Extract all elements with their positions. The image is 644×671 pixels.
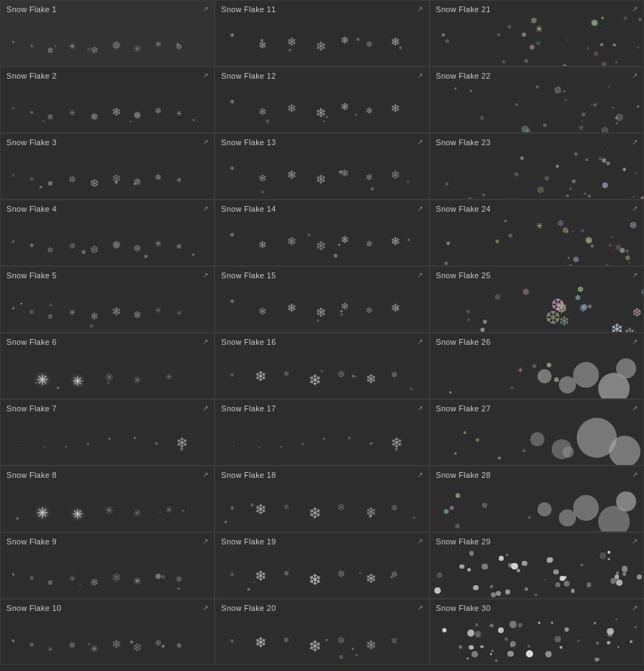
expand-icon[interactable]: ↗ (417, 5, 423, 13)
snowflake-preview: ❆❆❅✳❅❅❆✳❅❆❄❆✳❄❅❄❆❆❄❆ (430, 267, 643, 332)
expand-icon[interactable]: ↗ (632, 205, 638, 212)
snowflake-preview: ✳❅❆❄❄✳❆❆❄✳❄❄❆❆✳❄❆❄❅❄❅❄❅❄❅ (430, 67, 643, 132)
cell-snowflake-20[interactable]: Snow Flake 20↗❄❄❄❄❄❄❄❆❅✳❄ (215, 599, 429, 665)
snowflake-preview: ❄❄❄❄❄❄❄❆❅❅❅ (215, 67, 429, 132)
snowflake-preview: ❄❅❅❆❆❆ (430, 466, 643, 532)
expand-icon[interactable]: ↗ (417, 471, 423, 479)
expand-icon[interactable]: ↗ (417, 404, 423, 412)
expand-icon[interactable]: ↗ (203, 72, 208, 79)
expand-icon[interactable]: ↗ (417, 271, 423, 279)
cell-snowflake-16[interactable]: Snow Flake 16↗❄❄❄❄❄❄❄✳❆✳❅ (215, 333, 429, 399)
snowflake-preview: ❄❄❄❄❄❄❄❅❅✳❄ (215, 267, 429, 332)
cell-snowflake-15[interactable]: Snow Flake 15↗❄❄❄❄❄❄❄❅❅✳❄ (215, 266, 429, 333)
expand-icon[interactable]: ↗ (632, 471, 638, 479)
expand-icon[interactable]: ↗ (203, 604, 208, 612)
snowflake-preview: ✳✳✳✳✳❆✳❆ (1, 333, 214, 398)
cell-snowflake-3[interactable]: Snow Flake 3↗✳❄❅❆❆❄❅❅✳❅✳❆ (0, 133, 215, 200)
cell-snowflake-4[interactable]: Snow Flake 4↗❅❄❆❄❆❅❄✳❅❄❆❄ (0, 200, 215, 266)
expand-icon[interactable]: ↗ (417, 537, 423, 545)
snowflake-preview: ❄❄❄❄❄❄❄❅✳❆✳ (215, 200, 429, 265)
expand-icon[interactable]: ↗ (632, 271, 638, 279)
expand-icon[interactable]: ↗ (632, 537, 638, 545)
cell-snowflake-24[interactable]: Snow Flake 24↗✳❅❆❄❄✳❆❆❅❄❅❆✳❄❅❄❄❆❅❄✳❅❆✳❄ (429, 200, 644, 266)
cell-snowflake-2[interactable]: Snow Flake 2↗✳✳❆✳❅❄❅❅✳✳✳✳ (0, 67, 215, 133)
cell-snowflake-12[interactable]: Snow Flake 12↗❄❄❄❄❄❄❄❆❅❅❅ (215, 67, 429, 133)
snowflake-preview: ✳✳❆✳❄❅✳✳❆❄✳❄ (1, 1, 214, 66)
cell-snowflake-27[interactable]: Snow Flake 27↗❄❄✳❄✳ (429, 399, 644, 466)
expand-icon[interactable]: ↗ (417, 338, 423, 346)
cell-snowflake-7[interactable]: Snow Flake 7↗••••••••❄ (0, 399, 215, 466)
cell-snowflake-26[interactable]: Snow Flake 26↗❅❅❆❄❅✳ (429, 333, 644, 399)
cell-snowflake-23[interactable]: Snow Flake 23↗❅✳❄✳✳❅✳❆❅❆❄❅❆❆✳❄❆❆❅❆❆❄❅✳❆ (429, 133, 644, 200)
cell-snowflake-6[interactable]: Snow Flake 6↗✳✳✳✳✳❆✳❆ (0, 333, 215, 399)
expand-icon[interactable]: ↗ (632, 72, 638, 79)
cell-snowflake-21[interactable]: Snow Flake 21↗❆❄❆❅❆❅❅❆❅❄❅❅❆❅✳✳❄❄❆❆✳❆❅✳❆ (429, 0, 644, 67)
expand-icon[interactable]: ↗ (417, 138, 423, 146)
cell-snowflake-19[interactable]: Snow Flake 19↗❄❄❄❄❄❄❄❄✳❅✳ (215, 532, 429, 599)
snowflake-preview: ✳✳✳✳✳❆✳✳ (1, 466, 214, 532)
cell-snowflake-18[interactable]: Snow Flake 18↗❄❄❄❄❄❄❄✳❅❆✳ (215, 466, 429, 532)
snowflake-preview: ❄❄❄❄❄❄❄✳❆✳❅ (215, 333, 429, 398)
expand-icon[interactable]: ↗ (203, 138, 208, 146)
snowflake-preview: ✳✳❆✳❅❄❅❅✳✳✳✳ (1, 67, 214, 132)
snowflake-preview: ❅❄❆❄❆❅❄✳❅❄❆❄ (1, 200, 214, 265)
cell-snowflake-28[interactable]: Snow Flake 28↗❄❅❅❆❆❆ (429, 466, 644, 532)
expand-icon[interactable]: ↗ (417, 604, 423, 612)
cell-snowflake-5[interactable]: Snow Flake 5↗❄❆❅✳❄❄❄✳✳❅❄❆ (0, 266, 215, 333)
snowflake-preview: ••••••••❄ (215, 400, 429, 465)
snowflake-preview: ✳❅❆❄❄✳❆❆❅❄❅❆✳❄❅❄❄❆❅❄✳❅❆✳❄ (430, 200, 643, 265)
expand-icon[interactable]: ↗ (203, 471, 208, 479)
snowflake-preview: ❄❅❄✳❄❄✳❅❆❆❅✳ (1, 533, 214, 598)
snowflake-preview: ❄❄❄❄❄❄❄❆❄❆✳ (215, 1, 429, 66)
expand-icon[interactable]: ↗ (203, 5, 208, 13)
cell-snowflake-22[interactable]: Snow Flake 22↗✳❅❆❄❄✳❆❆❄✳❄❄❆❆✳❄❆❄❅❄❅❄❅❄❅ (429, 67, 644, 133)
cell-snowflake-11[interactable]: Snow Flake 11↗❄❄❄❄❄❄❄❆❄❆✳ (215, 0, 429, 67)
cell-snowflake-9[interactable]: Snow Flake 9↗❄❅❄✳❄❄✳❅❆❆❅✳ (0, 532, 215, 599)
snowflake-preview: ❄❆❅✳❄❄❄✳✳❅❄❆ (1, 267, 214, 332)
snowflake-grid: Snow Flake 1↗✳✳❆✳❄❅✳✳❆❄✳❄Snow Flake 11↗❄… (0, 0, 644, 665)
snowflake-preview: ❅❆✳❅✳❄❆❄❄❅✳❅ (1, 599, 214, 665)
expand-icon[interactable]: ↗ (632, 5, 638, 13)
expand-icon[interactable]: ↗ (203, 537, 208, 545)
snowflake-preview (430, 533, 643, 598)
expand-icon[interactable]: ↗ (203, 404, 208, 412)
expand-icon[interactable]: ↗ (632, 338, 638, 346)
expand-icon[interactable]: ↗ (203, 271, 208, 279)
snowflake-preview: ❅✳❄✳✳❅✳❆❅❆❄❅❆❆✳❄❆❆❅❆❆❄❅✳❆ (430, 134, 643, 199)
expand-icon[interactable]: ↗ (417, 205, 423, 212)
snowflake-preview: ❅❅❆❄❅✳ (430, 333, 643, 398)
cell-snowflake-30[interactable]: Snow Flake 30↗ (429, 599, 644, 665)
cell-snowflake-14[interactable]: Snow Flake 14↗❄❄❄❄❄❄❄❅✳❆✳ (215, 200, 429, 266)
expand-icon[interactable]: ↗ (632, 404, 638, 412)
snowflake-preview: ••••••••❄ (1, 400, 214, 465)
expand-icon[interactable]: ↗ (417, 72, 423, 79)
cell-snowflake-25[interactable]: Snow Flake 25↗❆❆❅✳❅❅❆✳❅❆❄❆✳❄❅❄❆❆❄❆ (429, 266, 644, 333)
snowflake-preview (430, 599, 643, 665)
snowflake-preview: ❄❄❄❄❄❄❄✳❅❄✳ (215, 134, 429, 199)
expand-icon[interactable]: ↗ (632, 138, 638, 146)
snowflake-preview: ❄❄❄❄❄❄❄❆❅✳❄ (215, 599, 429, 665)
snowflake-preview: ✳❄❅❆❆❄❅❅✳❅✳❆ (1, 134, 214, 199)
cell-snowflake-17[interactable]: Snow Flake 17↗••••••••❄ (215, 399, 429, 466)
cell-snowflake-1[interactable]: Snow Flake 1↗✳✳❆✳❄❅✳✳❆❄✳❄ (0, 0, 215, 67)
snowflake-preview: ❄❄❄❄❄❄❄✳❅❆✳ (215, 466, 429, 532)
expand-icon[interactable]: ↗ (632, 604, 638, 612)
expand-icon[interactable]: ↗ (203, 205, 208, 212)
cell-snowflake-10[interactable]: Snow Flake 10↗❅❆✳❅✳❄❆❄❄❅✳❅ (0, 599, 215, 665)
snowflake-preview: ❆❄❆❅❆❅❅❆❅❄❅❅❆❅✳✳❄❄❆❆✳❆❅✳❆ (430, 1, 643, 66)
cell-snowflake-8[interactable]: Snow Flake 8↗✳✳✳✳✳❆✳✳ (0, 466, 215, 532)
expand-icon[interactable]: ↗ (203, 338, 208, 346)
cell-snowflake-29[interactable]: Snow Flake 29↗ (429, 532, 644, 599)
snowflake-preview: ❄❄❄❄❄❄❄❄✳❅✳ (215, 533, 429, 598)
snowflake-preview: ❄❄✳❄✳ (430, 400, 643, 465)
cell-snowflake-13[interactable]: Snow Flake 13↗❄❄❄❄❄❄❄✳❅❄✳ (215, 133, 429, 200)
